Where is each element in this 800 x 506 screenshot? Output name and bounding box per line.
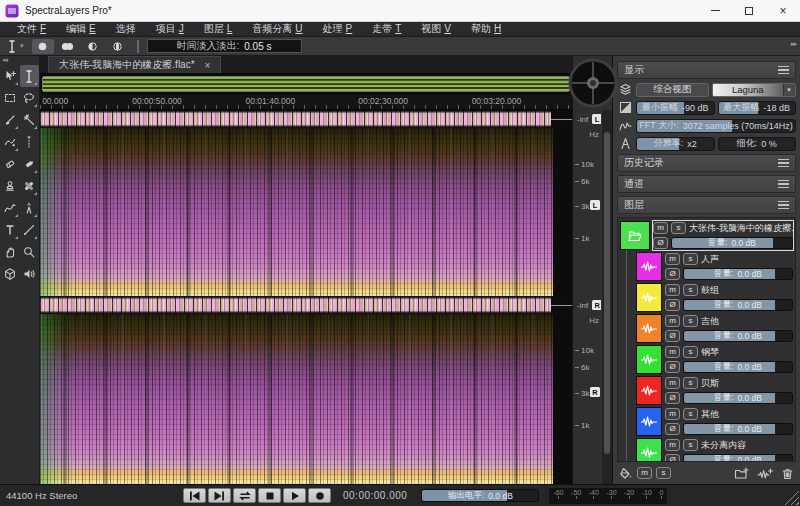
time-fade-field[interactable]: 时间淡入淡出:0.05 s <box>147 39 302 53</box>
brush-selection-tool[interactable] <box>1 109 20 131</box>
waveform-right[interactable] <box>40 296 572 314</box>
mute-all-button[interactable]: m <box>637 467 652 479</box>
draw-tool[interactable] <box>1 197 20 219</box>
magic-wand-tool[interactable] <box>20 109 39 131</box>
layer-item-1[interactable]: m s 人声 Ø 音量:0.0 dB <box>620 252 793 281</box>
solo-button[interactable]: s <box>683 253 698 265</box>
vertical-scrollbar[interactable] <box>601 110 612 484</box>
document-tab[interactable]: 大张伟-我脑海中的橡皮擦.flac* × <box>48 56 221 73</box>
waveform-icon[interactable] <box>636 283 662 312</box>
layer-item-0[interactable]: m s 大张伟-我脑海中的橡皮擦.flac Ø 音量:0.0 dB <box>620 221 793 250</box>
spectrogram-right[interactable] <box>40 314 572 484</box>
mute-button[interactable]: m <box>665 253 680 265</box>
resolution-slider[interactable]: 分辨率:x2 <box>636 137 715 151</box>
menu-icon[interactable] <box>778 159 789 168</box>
loop-button[interactable] <box>233 488 256 503</box>
go-to-start-button[interactable] <box>183 488 206 503</box>
colormap-dropdown[interactable]: Laguna▾ <box>712 83 797 97</box>
menu-icon[interactable] <box>778 180 789 189</box>
solo-all-button[interactable]: s <box>656 467 671 479</box>
menu-icon[interactable] <box>778 201 789 210</box>
phase-button[interactable]: Ø <box>665 392 680 404</box>
measure-tool[interactable] <box>20 219 39 241</box>
solo-button[interactable]: s <box>671 222 686 234</box>
phase-button[interactable]: Ø <box>665 268 680 280</box>
menu-item-1[interactable]: 编辑E <box>57 22 105 36</box>
folder-open-icon[interactable] <box>620 221 650 250</box>
time-ruler[interactable]: 00.00000:00:50.00000:01:40.00000:02:30.0… <box>40 94 572 110</box>
volume-slider[interactable]: 音量:0.0 dB <box>683 423 793 435</box>
hand-tool[interactable] <box>1 241 20 263</box>
menu-item-8[interactable]: 视图V <box>412 22 460 36</box>
menu-item-0[interactable]: 文件F <box>8 22 55 36</box>
mute-button[interactable]: m <box>665 346 680 358</box>
min-amplitude-slider[interactable]: 最小振幅-90 dB <box>636 101 715 115</box>
layer-item-2[interactable]: m s 鼓组 Ø 音量:0.0 dB <box>620 283 793 312</box>
max-amplitude-slider[interactable]: 最大振幅-18 dB <box>718 101 797 115</box>
waveform-icon[interactable] <box>636 407 662 436</box>
lasso-selection-tool[interactable] <box>20 87 39 109</box>
text-tool[interactable] <box>1 219 20 241</box>
freehand-selection-tool[interactable] <box>1 131 20 153</box>
layer-item-3[interactable]: m s 吉他 Ø 音量:0.0 dB <box>620 314 793 343</box>
solo-button[interactable]: s <box>683 315 698 327</box>
menu-item-2[interactable]: 选择 <box>107 22 145 36</box>
mute-button[interactable]: m <box>665 377 680 389</box>
view-3d-tool[interactable] <box>1 263 20 285</box>
close-button[interactable]: × <box>766 0 800 21</box>
solo-button[interactable]: s <box>683 408 698 420</box>
menu-item-3[interactable]: 项目J <box>147 22 193 36</box>
solo-button[interactable]: s <box>683 439 698 451</box>
mute-button[interactable]: m <box>665 439 680 451</box>
output-level-slider[interactable]: 输出电平:0.0 dB <box>421 489 539 502</box>
waveform-icon[interactable] <box>636 438 662 462</box>
volume-slider[interactable]: 音量:0.0 dB <box>683 299 793 311</box>
menu-item-6[interactable]: 处理P <box>314 22 362 36</box>
fill-bucket-icon[interactable] <box>619 467 633 480</box>
transform-tool[interactable] <box>1 65 20 87</box>
layer-item-6[interactable]: m s 其他 Ø 音量:0.0 dB <box>620 407 793 436</box>
mute-button[interactable]: m <box>653 222 668 234</box>
phase-button[interactable]: Ø <box>665 330 680 342</box>
section-header-history[interactable]: 历史记录 <box>617 154 796 172</box>
mode-new-button[interactable] <box>32 39 54 54</box>
mute-button[interactable]: m <box>665 315 680 327</box>
volume-slider[interactable]: 音量:0.0 dB <box>683 454 793 462</box>
eraser-tool[interactable] <box>1 153 20 175</box>
tab-close-icon[interactable]: × <box>205 60 211 71</box>
volume-slider[interactable]: 音量:0.0 dB <box>671 237 793 249</box>
new-layer-icon[interactable] <box>757 467 773 480</box>
overview-bar[interactable] <box>40 74 572 94</box>
menu-item-5[interactable]: 音频分离U <box>243 22 311 36</box>
menu-item-7[interactable]: 走带T <box>363 22 410 36</box>
spray-tool[interactable] <box>20 197 39 219</box>
phase-button[interactable]: Ø <box>665 299 680 311</box>
amplifier-tool[interactable] <box>20 153 39 175</box>
heal-tool[interactable] <box>20 175 39 197</box>
go-to-end-button[interactable] <box>208 488 231 503</box>
solo-button[interactable]: s <box>683 377 698 389</box>
layer-item-4[interactable]: m s 钢琴 Ø 音量:0.0 dB <box>620 345 793 374</box>
volume-slider[interactable]: 音量:0.0 dB <box>683 361 793 373</box>
minimize-button[interactable] <box>698 0 732 21</box>
panel-collapse-icon[interactable]: ▸▸ <box>791 40 796 48</box>
navigation-wheel[interactable] <box>568 58 618 108</box>
tools-collapse-icon[interactable]: ◂◂ <box>0 56 39 65</box>
mute-button[interactable]: m <box>665 284 680 296</box>
layer-item-7[interactable]: m s 未分离内容 Ø 音量:0.0 dB <box>620 438 793 462</box>
section-header-display[interactable]: 显示 <box>617 61 796 79</box>
mode-add-button[interactable] <box>57 39 79 54</box>
menu-icon[interactable] <box>778 66 789 75</box>
section-header-layers[interactable]: 图层 <box>617 196 796 214</box>
section-header-channels[interactable]: 通道 <box>617 175 796 193</box>
menu-item-4[interactable]: 图层L <box>195 22 242 36</box>
new-group-icon[interactable] <box>734 467 749 480</box>
rectangle-selection-tool[interactable] <box>1 87 20 109</box>
solo-button[interactable]: s <box>683 346 698 358</box>
play-button[interactable] <box>283 488 306 503</box>
playback-tool[interactable] <box>20 263 39 285</box>
waveform-left[interactable] <box>40 110 572 128</box>
fft-size-slider[interactable]: FFT 大小:3072 samples (70ms/14Hz) <box>636 119 796 133</box>
mode-subtract-button[interactable] <box>82 39 104 54</box>
menu-item-9[interactable]: 帮助H <box>462 22 510 36</box>
